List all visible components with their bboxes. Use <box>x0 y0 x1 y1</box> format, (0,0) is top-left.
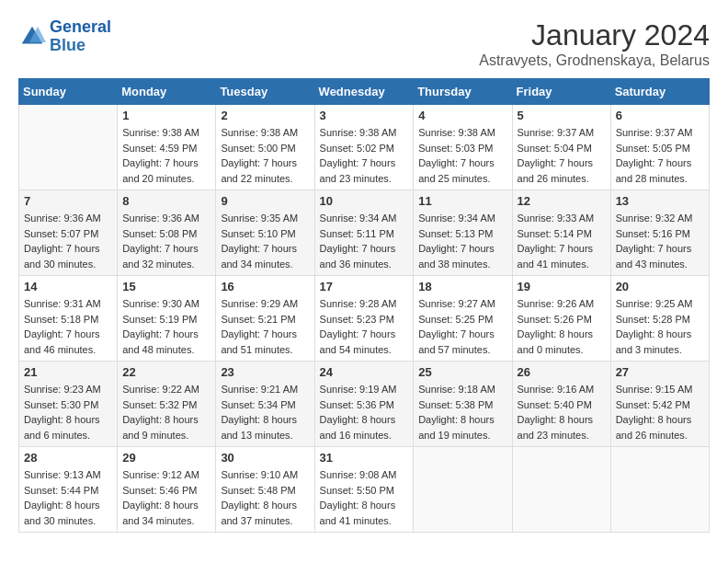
day-info-line: Sunset: 5:02 PM <box>320 141 409 156</box>
calendar-cell: 12Sunrise: 9:33 AMSunset: 5:14 PMDayligh… <box>512 190 610 276</box>
day-info-line: Sunrise: 9:36 AM <box>24 211 112 226</box>
day-info-line: Sunrise: 9:36 AM <box>122 211 210 226</box>
day-info-line: Sunset: 5:28 PM <box>616 312 704 327</box>
day-info-line: Daylight: 7 hours <box>320 327 409 342</box>
calendar-cell: 14Sunrise: 9:31 AMSunset: 5:18 PMDayligh… <box>19 276 118 362</box>
day-info-line: Sunset: 5:10 PM <box>221 226 309 242</box>
day-info-line: Daylight: 7 hours <box>320 241 409 257</box>
day-info-line: Daylight: 7 hours <box>616 241 704 257</box>
calendar-cell: 19Sunrise: 9:26 AMSunset: 5:26 PMDayligh… <box>512 276 610 362</box>
day-info-line: and 37 minutes. <box>221 513 309 529</box>
calendar-cell: 30Sunrise: 9:10 AMSunset: 5:48 PMDayligh… <box>216 447 314 533</box>
day-info-line: and 6 minutes. <box>24 428 112 443</box>
header-friday: Friday <box>512 79 610 105</box>
calendar-header-row: SundayMondayTuesdayWednesdayThursdayFrid… <box>19 79 710 105</box>
day-info-line: Sunset: 5:34 PM <box>221 397 309 413</box>
day-info-line: Daylight: 7 hours <box>418 241 506 257</box>
day-info-line: Daylight: 7 hours <box>221 327 309 342</box>
calendar-cell: 13Sunrise: 9:32 AMSunset: 5:16 PMDayligh… <box>610 190 709 276</box>
calendar-cell: 10Sunrise: 9:34 AMSunset: 5:11 PMDayligh… <box>314 190 414 276</box>
day-info-line: and 9 minutes. <box>122 428 210 443</box>
day-info-line: Daylight: 7 hours <box>122 241 210 257</box>
day-info-line: and 20 minutes. <box>122 171 210 187</box>
day-number: 26 <box>518 365 606 379</box>
calendar-cell: 9Sunrise: 9:35 AMSunset: 5:10 PMDaylight… <box>216 190 314 276</box>
day-info-line: and 22 minutes. <box>221 171 309 187</box>
calendar-cell: 7Sunrise: 9:36 AMSunset: 5:07 PMDaylight… <box>19 190 118 276</box>
day-info-line: Sunset: 5:11 PM <box>320 226 409 242</box>
day-number: 30 <box>221 451 309 465</box>
day-info-line: Sunset: 5:18 PM <box>24 312 112 327</box>
calendar-cell: 18Sunrise: 9:27 AMSunset: 5:25 PMDayligh… <box>414 276 512 362</box>
day-info-line: and 23 minutes. <box>320 171 409 187</box>
day-info-line: and 32 minutes. <box>122 257 210 272</box>
day-info-line: Sunrise: 9:13 AM <box>24 467 112 483</box>
day-info-line: Sunrise: 9:37 AM <box>616 125 704 141</box>
calendar-cell: 27Sunrise: 9:15 AMSunset: 5:42 PMDayligh… <box>610 362 709 447</box>
day-info-line: and 41 minutes. <box>320 513 409 529</box>
day-info-line: Sunrise: 9:34 AM <box>418 211 506 226</box>
day-number: 20 <box>616 280 704 293</box>
day-info-line: and 3 minutes. <box>616 342 704 358</box>
day-info-line: Sunset: 5:25 PM <box>418 312 506 327</box>
calendar-cell: 23Sunrise: 9:21 AMSunset: 5:34 PMDayligh… <box>216 362 314 447</box>
day-number: 13 <box>616 194 704 208</box>
calendar-cell: 3Sunrise: 9:38 AMSunset: 5:02 PMDaylight… <box>314 105 414 190</box>
day-number: 8 <box>122 194 210 208</box>
day-info-line: Sunrise: 9:23 AM <box>24 382 112 397</box>
day-number: 15 <box>122 280 210 293</box>
day-info-line: Sunset: 5:19 PM <box>122 312 210 327</box>
day-info-line: Daylight: 8 hours <box>616 327 704 342</box>
day-info-line: Daylight: 7 hours <box>122 155 210 171</box>
header-saturday: Saturday <box>610 79 709 105</box>
day-info-line: Sunrise: 9:33 AM <box>518 211 606 226</box>
day-info-line: Sunset: 5:03 PM <box>418 141 506 156</box>
day-info-line: and 28 minutes. <box>616 171 704 187</box>
calendar-cell <box>414 447 512 533</box>
logo-text: General Blue <box>50 18 111 55</box>
logo-blue: Blue <box>50 37 111 55</box>
day-number: 14 <box>24 280 112 293</box>
calendar-cell: 1Sunrise: 9:38 AMSunset: 4:59 PMDaylight… <box>118 105 216 190</box>
day-info-line: Sunrise: 9:31 AM <box>24 296 112 312</box>
day-info-line: Sunrise: 9:38 AM <box>221 125 309 141</box>
calendar-table: SundayMondayTuesdayWednesdayThursdayFrid… <box>18 78 710 533</box>
day-info-line: Daylight: 8 hours <box>320 412 409 428</box>
day-number: 12 <box>518 194 606 208</box>
day-number: 27 <box>616 365 704 379</box>
header-thursday: Thursday <box>414 79 512 105</box>
header-wednesday: Wednesday <box>314 79 414 105</box>
day-number: 31 <box>320 451 409 465</box>
day-info-line: and 19 minutes. <box>418 428 506 443</box>
day-info-line: Sunrise: 9:38 AM <box>418 125 506 141</box>
day-info-line: Sunrise: 9:29 AM <box>221 296 309 312</box>
calendar-cell: 17Sunrise: 9:28 AMSunset: 5:23 PMDayligh… <box>314 276 414 362</box>
day-info-line: Sunset: 5:00 PM <box>221 141 309 156</box>
calendar-cell: 25Sunrise: 9:18 AMSunset: 5:38 PMDayligh… <box>414 362 512 447</box>
day-info-line: Sunset: 5:46 PM <box>122 483 210 499</box>
day-number: 11 <box>418 194 506 208</box>
calendar-cell: 4Sunrise: 9:38 AMSunset: 5:03 PMDaylight… <box>414 105 512 190</box>
header-tuesday: Tuesday <box>216 79 314 105</box>
calendar-cell: 8Sunrise: 9:36 AMSunset: 5:08 PMDaylight… <box>118 190 216 276</box>
day-info-line: Sunrise: 9:26 AM <box>518 296 606 312</box>
day-info-line: and 16 minutes. <box>320 428 409 443</box>
day-info-line: Sunrise: 9:38 AM <box>122 125 210 141</box>
day-info-line: Sunrise: 9:10 AM <box>221 467 309 483</box>
page-subtitle: Astravyets, Grodnenskaya, Belarus <box>479 52 710 69</box>
day-info-line: Sunset: 5:05 PM <box>616 141 704 156</box>
title-block: January 2024 Astravyets, Grodnenskaya, B… <box>479 18 710 69</box>
day-info-line: Daylight: 7 hours <box>418 327 506 342</box>
day-info-line: and 13 minutes. <box>221 428 309 443</box>
day-info-line: and 51 minutes. <box>221 342 309 358</box>
day-info-line: Sunset: 5:26 PM <box>518 312 606 327</box>
day-number: 4 <box>418 109 506 122</box>
calendar-cell: 24Sunrise: 9:19 AMSunset: 5:36 PMDayligh… <box>314 362 414 447</box>
day-info-line: Sunrise: 9:27 AM <box>418 296 506 312</box>
day-info-line: Sunrise: 9:18 AM <box>418 382 506 397</box>
day-number: 7 <box>24 194 112 208</box>
day-info-line: Daylight: 8 hours <box>518 412 606 428</box>
calendar-week-3: 14Sunrise: 9:31 AMSunset: 5:18 PMDayligh… <box>19 276 710 362</box>
day-info-line: and 0 minutes. <box>518 342 606 358</box>
day-info-line: and 38 minutes. <box>418 257 506 272</box>
